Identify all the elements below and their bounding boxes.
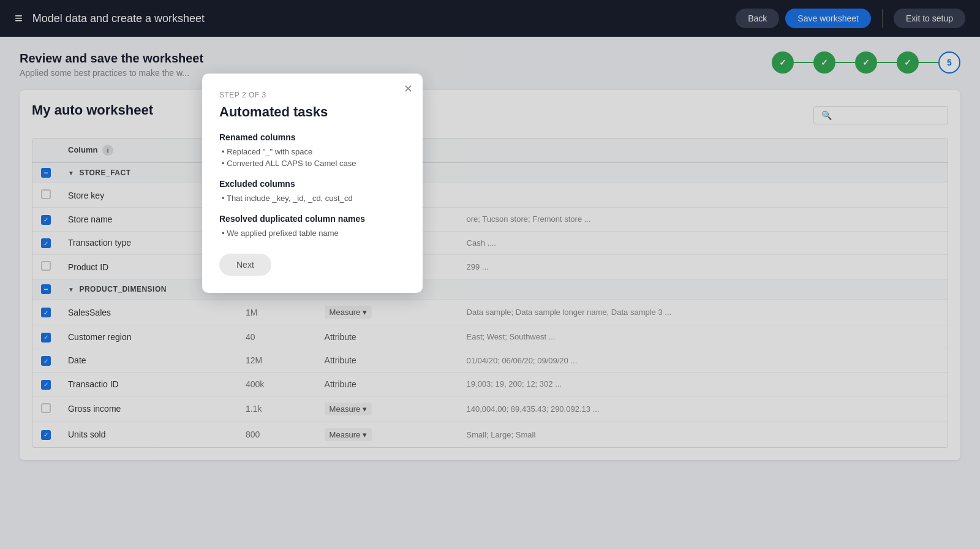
modal-close-button[interactable]: ✕ <box>404 82 413 96</box>
excluded-columns-section: Excluded columns That include _key, _id,… <box>219 179 405 203</box>
modal-overlay[interactable] <box>0 0 980 549</box>
main-content: Review and save the worksheet Applied so… <box>0 37 980 549</box>
renamed-columns-title: Renamed columns <box>219 132 405 142</box>
modal-step: STEP 2 OF 3 <box>219 91 405 99</box>
resolved-columns-title: Resolved duplicated column names <box>219 214 405 224</box>
modal-title: Automated tasks <box>219 104 405 120</box>
resolved-columns-section: Resolved duplicated column names We appl… <box>219 214 405 238</box>
next-button[interactable]: Next <box>219 254 271 276</box>
renamed-bullet-2: Converted ALL CAPS to Camel case <box>219 159 405 168</box>
renamed-columns-section: Renamed columns Replaced "_" with space … <box>219 132 405 168</box>
resolved-bullet-1: We applied prefixed table name <box>219 229 405 238</box>
automated-tasks-modal: ✕ STEP 2 OF 3 Automated tasks Renamed co… <box>202 74 423 293</box>
excluded-columns-title: Excluded columns <box>219 179 405 189</box>
excluded-bullet-1: That include _key, _id, _cd, cust_cd <box>219 194 405 203</box>
renamed-bullet-1: Replaced "_" with space <box>219 147 405 156</box>
